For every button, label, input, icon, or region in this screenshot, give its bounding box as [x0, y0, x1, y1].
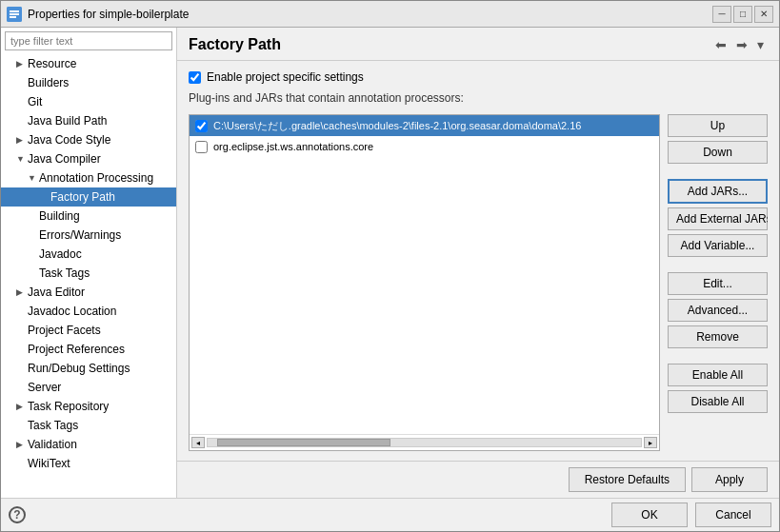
advanced-button[interactable]: Advanced... [668, 299, 768, 322]
sidebar-item-label-project-references: Project References [28, 343, 172, 356]
horizontal-scrollbar: ◂ ▸ [190, 434, 659, 450]
ok-button[interactable]: OK [611, 502, 688, 527]
sidebar-item-run-debug-settings[interactable]: Run/Debug Settings [1, 359, 176, 378]
help-button[interactable]: ? [9, 506, 26, 523]
tree: ▶ResourceBuildersGitJava Build Path▶Java… [1, 54, 176, 498]
scroll-left-button[interactable]: ◂ [191, 437, 205, 448]
tree-arrow-java-editor: ▶ [16, 287, 28, 297]
jar-item-jar2[interactable]: org.eclipse.jst.ws.annotations.core [190, 136, 659, 157]
list-and-buttons: C:\Users\ただし.gradle\caches\modules-2\fil… [189, 114, 768, 451]
panel-header: Factory Path ⬅ ➡ ▾ [177, 28, 779, 61]
sidebar-item-label-java-compiler: Java Compiler [28, 152, 172, 166]
panel-title: Factory Path [189, 36, 281, 53]
sidebar-item-label-factory-path: Factory Path [50, 190, 172, 204]
right-panel: Factory Path ⬅ ➡ ▾ Enable project specif… [177, 28, 779, 498]
sidebar-item-project-facets[interactable]: Project Facets [1, 321, 176, 340]
restore-defaults-button[interactable]: Restore Defaults [569, 467, 686, 492]
sidebar-item-javadoc[interactable]: Javadoc [1, 245, 176, 264]
down-button[interactable]: Down [668, 141, 768, 164]
minimize-button[interactable]: ─ [712, 6, 731, 23]
sidebar-item-label-run-debug-settings: Run/Debug Settings [28, 362, 172, 375]
sidebar-item-label-wikitext: WikiText [28, 457, 172, 470]
sidebar-item-label-javadoc-location: Javadoc Location [28, 305, 172, 318]
sidebar-item-label-java-editor: Java Editor [28, 286, 172, 299]
sidebar-item-java-compiler[interactable]: ▼Java Compiler [1, 149, 176, 168]
sidebar-item-wikitext[interactable]: WikiText [1, 454, 176, 473]
sidebar-item-factory-path[interactable]: Factory Path [1, 187, 176, 207]
disable-all-button[interactable]: Disable All [668, 390, 768, 413]
add-variable-button[interactable]: Add Variable... [668, 234, 768, 257]
sidebar-item-server[interactable]: Server [1, 378, 176, 397]
apply-button[interactable]: Apply [691, 467, 768, 492]
add-external-jars-button[interactable]: Add External JARs... [668, 207, 768, 230]
jar-label-jar1: C:\Users\ただし.gradle\caches\modules-2\fil… [213, 119, 581, 133]
tree-arrow-annotation-processing: ▼ [28, 173, 39, 183]
panel-body: Enable project specific settings Plug-in… [177, 61, 779, 461]
sidebar-item-java-build-path[interactable]: Java Build Path [1, 111, 176, 130]
remove-button[interactable]: Remove [668, 325, 768, 348]
add-jars-button[interactable]: Add JARs... [668, 179, 768, 204]
sidebar: ▶ResourceBuildersGitJava Build Path▶Java… [1, 28, 177, 498]
sidebar-item-label-building: Building [39, 209, 172, 223]
sidebar-item-label-builders: Builders [28, 76, 172, 89]
sidebar-item-annotation-processing[interactable]: ▼Annotation Processing [1, 168, 176, 187]
sidebar-item-task-repository[interactable]: ▶Task Repository [1, 397, 176, 416]
enable-checkbox[interactable] [189, 71, 201, 84]
svg-rect-3 [10, 16, 16, 18]
sidebar-item-javadoc-location[interactable]: Javadoc Location [1, 302, 176, 321]
sidebar-item-task-tags2[interactable]: Task Tags [1, 416, 176, 435]
edit-button[interactable]: Edit... [668, 272, 768, 295]
sidebar-item-label-task-tags2: Task Tags [28, 419, 172, 432]
sidebar-item-label-project-facets: Project Facets [28, 324, 172, 337]
sidebar-item-label-javadoc: Javadoc [39, 247, 172, 261]
jar-checkbox-jar2[interactable] [195, 141, 208, 153]
sidebar-item-project-references[interactable]: Project References [1, 340, 176, 359]
enable-checkbox-label[interactable]: Enable project specific settings [207, 70, 364, 84]
jar-checkbox-jar1[interactable] [195, 120, 208, 132]
filter-input[interactable] [5, 31, 172, 50]
sidebar-item-resource[interactable]: ▶Resource [1, 54, 176, 73]
enable-all-button[interactable]: Enable All [668, 364, 768, 386]
description-text: Plug-ins and JARs that contain annotatio… [189, 91, 768, 105]
scroll-track[interactable] [207, 438, 642, 447]
sidebar-item-validation[interactable]: ▶Validation [1, 435, 176, 454]
scroll-right-button[interactable]: ▸ [644, 437, 657, 448]
sidebar-item-label-java-build-path: Java Build Path [28, 114, 172, 128]
main-content: ▶ResourceBuildersGitJava Build Path▶Java… [1, 28, 779, 498]
sidebar-item-building[interactable]: Building [1, 207, 176, 226]
scroll-thumb[interactable] [217, 439, 390, 446]
sidebar-item-task-tags[interactable]: Task Tags [1, 264, 176, 283]
sidebar-item-label-task-tags: Task Tags [39, 266, 172, 280]
sidebar-item-java-code-style[interactable]: ▶Java Code Style [1, 130, 176, 149]
panel-nav: ⬅ ➡ ▾ [711, 35, 768, 54]
nav-dropdown-button[interactable]: ▾ [753, 35, 768, 54]
jar-item-jar1[interactable]: C:\Users\ただし.gradle\caches\modules-2\fil… [190, 115, 659, 136]
sidebar-item-label-errors-warnings: Errors/Warnings [39, 228, 172, 242]
cancel-button[interactable]: Cancel [695, 502, 771, 527]
enable-checkbox-row: Enable project specific settings [189, 70, 768, 84]
sidebar-item-label-validation: Validation [28, 438, 172, 451]
sidebar-item-git[interactable]: Git [1, 92, 176, 111]
sidebar-item-builders[interactable]: Builders [1, 73, 176, 92]
jar-label-jar2: org.eclipse.jst.ws.annotations.core [213, 141, 373, 152]
bottom-bar: Restore Defaults Apply [177, 461, 779, 498]
close-button[interactable]: ✕ [754, 6, 773, 23]
sidebar-item-errors-warnings[interactable]: Errors/Warnings [1, 226, 176, 245]
tree-arrow-validation: ▶ [16, 440, 28, 449]
properties-dialog: Properties for simple-boilerplate ─ □ ✕ … [0, 0, 780, 532]
sidebar-item-label-server: Server [28, 381, 172, 394]
dialog-footer: ? OK Cancel [1, 498, 779, 531]
sidebar-item-label-annotation-processing: Annotation Processing [39, 171, 172, 185]
sidebar-item-java-editor[interactable]: ▶Java Editor [1, 283, 176, 302]
nav-forward-button[interactable]: ➡ [732, 35, 751, 54]
window-icon [7, 7, 22, 22]
tree-arrow-task-repository: ▶ [16, 402, 28, 411]
window-title: Properties for simple-boilerplate [28, 8, 712, 21]
tree-arrow-java-code-style: ▶ [16, 135, 28, 145]
sidebar-item-label-task-repository: Task Repository [28, 400, 172, 413]
sidebar-item-label-java-code-style: Java Code Style [28, 133, 172, 147]
window-controls: ─ □ ✕ [712, 6, 773, 23]
nav-back-button[interactable]: ⬅ [711, 35, 730, 54]
up-button[interactable]: Up [668, 114, 768, 137]
restore-button[interactable]: □ [733, 6, 752, 23]
